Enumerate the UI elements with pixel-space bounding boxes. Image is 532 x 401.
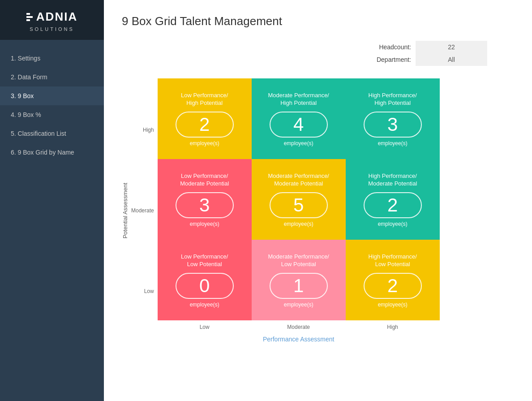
x-axis-label: Performance Assessment xyxy=(158,336,440,343)
box-count-wrap: 3 xyxy=(364,112,422,138)
y-label: High xyxy=(131,127,154,133)
box-title: High Performance/Low Potential xyxy=(369,253,417,268)
grid-box-4: Moderate Performance/Moderate Potential … xyxy=(252,159,346,240)
grid-box-8: High Performance/Low Potential 2 employe… xyxy=(346,240,440,320)
headcount-label: Headcount: xyxy=(335,41,416,53)
box-count-wrap: 4 xyxy=(270,112,328,138)
box-count-wrap: 2 xyxy=(364,273,422,299)
logo-area: ADNIA SOLUTIONS xyxy=(0,0,104,40)
box-title: High Performance/High Potential xyxy=(369,92,417,107)
y-label: Low xyxy=(131,288,154,294)
box-employees: employee(s) xyxy=(284,221,313,227)
logo-bar-3 xyxy=(26,19,30,21)
sidebar: ADNIA SOLUTIONS 1. Settings2. Data Form3… xyxy=(0,0,104,401)
y-axis-label: Potential Assessment xyxy=(122,183,129,238)
box-employees: employee(s) xyxy=(190,302,219,308)
box-count: 5 xyxy=(293,196,304,215)
grid-box-2: High Performance/High Potential 3 employ… xyxy=(346,78,440,159)
box-employees: employee(s) xyxy=(378,140,408,147)
box-count: 1 xyxy=(293,276,304,295)
box-count-wrap: 1 xyxy=(270,273,328,299)
x-labels: LowModerateHigh xyxy=(158,324,440,330)
y-labels: HighModerateLow xyxy=(131,90,154,332)
x-label: High xyxy=(346,324,440,330)
box-count: 4 xyxy=(293,115,304,134)
x-label: Moderate xyxy=(252,324,346,330)
box-count: 2 xyxy=(387,276,398,295)
page-title: 9 Box Grid Talent Management xyxy=(122,14,514,28)
grid-box-5: High Performance/Moderate Potential 2 em… xyxy=(346,159,440,240)
box-count: 2 xyxy=(199,115,210,134)
box-title: Moderate Performance/Moderate Potential xyxy=(268,172,329,188)
box-employees: employee(s) xyxy=(190,140,219,147)
nav-item-settings[interactable]: 1. Settings xyxy=(0,49,104,68)
x-label: Low xyxy=(158,324,252,330)
box-count-wrap: 2 xyxy=(364,192,422,218)
grid-rows: Low Performance/High Potential 2 employe… xyxy=(158,78,440,320)
box-title: Low Performance/Low Potential xyxy=(181,253,228,268)
box-count-wrap: 2 xyxy=(176,112,234,138)
nav-item-9box[interactable]: 3. 9 Box xyxy=(0,86,104,105)
nav-item-classification-list[interactable]: 5. Classification List xyxy=(0,124,104,143)
box-employees: employee(s) xyxy=(284,302,313,308)
logo-icon: ADNIA xyxy=(26,10,77,24)
box-title: Low Performance/High Potential xyxy=(181,92,228,107)
box-count-wrap: 0 xyxy=(176,273,234,299)
logo-sub: SOLUTIONS xyxy=(30,26,74,32)
box-count: 3 xyxy=(387,115,398,134)
grid-box-6: Low Performance/Low Potential 0 employee… xyxy=(158,240,252,320)
box-count: 3 xyxy=(199,196,210,215)
department-value: All xyxy=(416,53,487,66)
grid-wrapper: Potential Assessment HighModerateLow Low… xyxy=(122,78,514,343)
main-content: 9 Box Grid Talent Management Headcount: … xyxy=(104,0,532,401)
box-count-wrap: 3 xyxy=(176,192,234,218)
nav-list: 1. Settings2. Data Form3. 9 Box4. 9 Box … xyxy=(0,49,104,162)
logo-bar-2 xyxy=(26,16,33,18)
nav-item-9box-grid-name[interactable]: 6. 9 Box Grid by Name xyxy=(0,143,104,162)
box-title: Low Performance/Moderate Potential xyxy=(180,172,229,188)
box-employees: employee(s) xyxy=(378,302,408,308)
box-title: Moderate Performance/Low Potential xyxy=(268,253,329,268)
logo-bars xyxy=(26,13,33,21)
department-label: Department: xyxy=(335,53,416,66)
box-title: Moderate Performance/High Potential xyxy=(268,92,329,107)
logo-bar-1 xyxy=(26,13,30,15)
box-title: High Performance/Moderate Potential xyxy=(368,172,417,188)
box-employees: employee(s) xyxy=(284,140,313,147)
info-table: Headcount: 22 Department: All xyxy=(335,41,487,66)
grid-box-1: Moderate Performance/High Potential 4 em… xyxy=(252,78,346,159)
grid-box-7: Moderate Performance/Low Potential 1 emp… xyxy=(252,240,346,320)
box-employees: employee(s) xyxy=(378,221,408,227)
box-count: 2 xyxy=(387,196,398,215)
grid-main: Low Performance/High Potential 2 employe… xyxy=(158,78,440,343)
grid-box-3: Low Performance/Moderate Potential 3 emp… xyxy=(158,159,252,240)
box-count: 0 xyxy=(199,276,210,295)
box-employees: employee(s) xyxy=(190,221,219,227)
box-count-wrap: 5 xyxy=(270,192,328,218)
nav-item-data-form[interactable]: 2. Data Form xyxy=(0,68,104,86)
headcount-value: 22 xyxy=(416,41,487,53)
logo-text: ADNIA xyxy=(36,10,77,24)
grid-box-0: Low Performance/High Potential 2 employe… xyxy=(158,78,252,159)
nav-item-9box-pct[interactable]: 4. 9 Box % xyxy=(0,105,104,124)
y-label: Moderate xyxy=(131,207,154,214)
